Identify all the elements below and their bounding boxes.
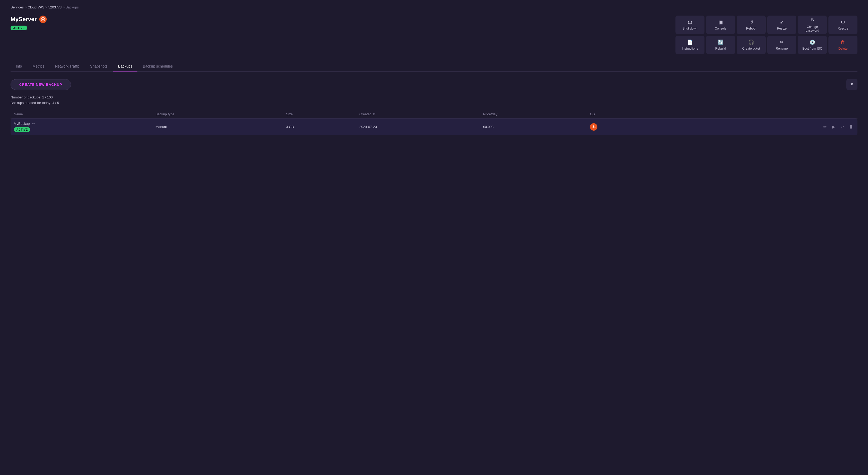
filter-icon: ▼ [850, 82, 854, 87]
rebuild-button[interactable]: 🔄 Rebuild [706, 36, 735, 54]
svg-point-1 [42, 19, 43, 20]
breadcrumb-services[interactable]: Services [10, 5, 24, 9]
col-size: Size [283, 110, 356, 118]
tab-network-traffic[interactable]: Network Traffic [50, 61, 85, 71]
row-edit-button[interactable]: ✏ [822, 123, 828, 130]
action-buttons-grid: ⏻ Shut down ▣ Console ↺ Reboot ⤢ Resize [676, 16, 858, 54]
create-ticket-icon: 🎧 [748, 39, 754, 45]
edit-name-icon[interactable]: ✏ [32, 122, 35, 126]
row-play-button[interactable]: ▶ [831, 123, 836, 130]
cell-size: 3 GB [283, 118, 356, 136]
tab-snapshots[interactable]: Snapshots [85, 61, 113, 71]
resize-icon: ⤢ [780, 19, 784, 25]
col-name: Name [10, 110, 152, 118]
svg-point-2 [43, 17, 43, 18]
svg-point-4 [41, 20, 42, 21]
row-delete-button[interactable]: 🗑 [848, 123, 854, 130]
shut-down-icon: ⏻ [688, 20, 692, 25]
cell-name: MyBackup ✏ ACTIVE [10, 118, 152, 136]
resize-button[interactable]: ⤢ Resize [767, 16, 796, 34]
col-price-day: Price/day [480, 110, 587, 118]
reboot-icon: ↺ [749, 19, 753, 25]
console-icon: ▣ [718, 19, 723, 25]
server-os-icon [39, 16, 47, 23]
rescue-button[interactable]: ⚙ Rescue [829, 16, 858, 34]
col-created-at: Created at [356, 110, 480, 118]
filter-button[interactable]: ▼ [846, 79, 858, 90]
backup-status-badge: ACTIVE [14, 127, 30, 132]
create-new-backup-button[interactable]: CREATE NEW BACKUP [10, 79, 71, 90]
backups-count: Number of backups: 1 / 100 [10, 95, 858, 99]
tabs: Info Metrics Network Traffic Snapshots B… [10, 61, 858, 71]
cell-backup-type: Manual [152, 118, 283, 136]
svg-point-3 [44, 20, 45, 21]
breadcrumb-current: Backups [66, 5, 79, 9]
create-backup-row: CREATE NEW BACKUP ▼ [10, 79, 858, 90]
server-status-badge: ACTIVE [10, 26, 47, 30]
tab-backups[interactable]: Backups [113, 61, 138, 71]
boot-from-iso-button[interactable]: 💿 Boot from ISO [798, 36, 827, 54]
cell-price-day: €0.003 [480, 118, 587, 136]
backup-name-text: MyBackup [14, 122, 30, 126]
server-name-row: MyServer [10, 16, 47, 23]
rebuild-icon: 🔄 [718, 39, 723, 45]
col-actions [658, 110, 858, 118]
row-restore-button[interactable]: ↩ [839, 123, 845, 130]
boot-from-iso-icon: 💿 [809, 39, 815, 45]
svg-point-8 [595, 127, 595, 128]
backup-stats: Number of backups: 1 / 100 Backups creat… [10, 95, 858, 105]
svg-point-9 [592, 127, 593, 128]
backups-today: Backups created for today: 4 / 5 [10, 101, 858, 105]
tab-info[interactable]: Info [10, 61, 27, 71]
change-password-icon [810, 18, 815, 24]
cell-created-at: 2024-07-23 [356, 118, 480, 136]
instructions-button[interactable]: 📄 Instructions [676, 36, 705, 54]
delete-icon: 🗑 [841, 39, 845, 45]
breadcrumb-server-id[interactable]: 5203773 [48, 5, 62, 9]
create-ticket-button[interactable]: 🎧 Create ticket [737, 36, 766, 54]
shut-down-button[interactable]: ⏻ Shut down [676, 16, 705, 34]
row-restore-icon: ↩ [840, 124, 844, 129]
server-name: MyServer [10, 16, 37, 23]
rename-button[interactable]: ✏ Rename [767, 36, 796, 54]
cell-row-actions: ✏ ▶ ↩ 🗑 [658, 118, 858, 136]
col-os: OS [587, 110, 658, 118]
breadcrumb: Services > Cloud VPS > 5203773 > Backups [10, 5, 858, 9]
svg-point-6 [593, 126, 594, 127]
table-body: MyBackup ✏ ACTIVE Manual 3 GB 2024-07-23… [10, 118, 858, 136]
cell-os [587, 118, 658, 136]
tab-metrics[interactable]: Metrics [27, 61, 50, 71]
delete-button[interactable]: 🗑 Delete [829, 36, 858, 54]
svg-point-5 [811, 18, 813, 20]
instructions-icon: 📄 [687, 39, 693, 45]
row-actions: ✏ ▶ ↩ 🗑 [661, 123, 854, 130]
backup-table: Name Backup type Size Created at Price/d… [10, 110, 858, 135]
svg-point-7 [593, 125, 594, 126]
table-header: Name Backup type Size Created at Price/d… [10, 110, 858, 118]
col-backup-type: Backup type [152, 110, 283, 118]
header-row: MyServer ACTIVE ⏻ Sh [10, 16, 858, 54]
row-delete-icon: 🗑 [849, 124, 853, 129]
table-row: MyBackup ✏ ACTIVE Manual 3 GB 2024-07-23… [10, 118, 858, 136]
svg-line-12 [593, 127, 593, 127]
reboot-button[interactable]: ↺ Reboot [737, 16, 766, 34]
rename-icon: ✏ [780, 39, 784, 45]
console-button[interactable]: ▣ Console [706, 16, 735, 34]
os-ubuntu-icon [590, 123, 597, 130]
change-password-button[interactable]: Change password [798, 16, 827, 34]
server-info: MyServer ACTIVE [10, 16, 47, 30]
row-edit-icon: ✏ [823, 124, 827, 129]
tab-backup-schedules[interactable]: Backup schedules [137, 61, 178, 71]
rescue-icon: ⚙ [841, 19, 845, 25]
content-area: CREATE NEW BACKUP ▼ Number of backups: 1… [10, 79, 858, 135]
row-play-icon: ▶ [832, 124, 835, 129]
breadcrumb-cloud-vps[interactable]: Cloud VPS [28, 5, 44, 9]
